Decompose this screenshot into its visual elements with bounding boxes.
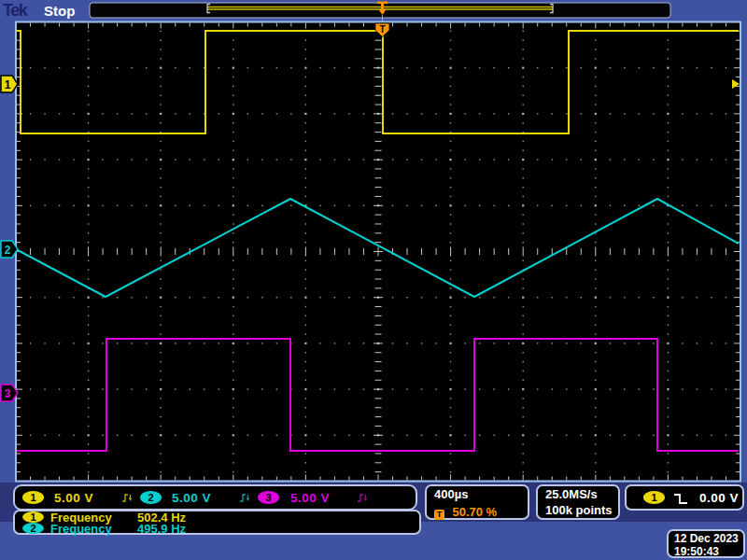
grid-dot: [233, 141, 233, 142]
grid-dot: [304, 159, 306, 161]
grid-dot: [117, 388, 118, 389]
grid-dot: [117, 343, 118, 343]
grid-dot: [523, 196, 524, 197]
grid-dot: [595, 187, 596, 188]
grid-dot: [450, 86, 451, 87]
grid-dot: [204, 205, 204, 206]
grid-dot: [726, 67, 726, 68]
grid-dot: [102, 343, 103, 343]
grid-dot: [363, 343, 364, 343]
grid-dot: [363, 297, 364, 298]
grid-dot: [161, 39, 162, 40]
grid-dot: [595, 168, 596, 169]
grid-dot: [218, 159, 219, 160]
grid-dot: [161, 58, 162, 59]
grid-dot: [233, 232, 233, 233]
grid-dot: [523, 371, 524, 371]
grid-dot: [190, 297, 190, 298]
grid-dot: [102, 435, 103, 436]
grid-dot: [233, 242, 233, 243]
grid-dot: [305, 278, 306, 279]
grid-dot: [247, 205, 248, 206]
grid-dot: [464, 435, 465, 436]
grid-dot: [319, 343, 320, 343]
acquisition-box: 25.0MS/s 100k points: [536, 484, 620, 520]
grid-dot: [305, 77, 306, 77]
grid-dot: [131, 435, 132, 436]
grid-dot: [88, 306, 89, 307]
grid-dot: [102, 67, 103, 68]
grid-dot: [161, 352, 162, 353]
grid-dot: [233, 214, 233, 215]
grid-dot: [537, 297, 538, 298]
grid-dot: [668, 122, 669, 123]
grid-dot: [30, 113, 31, 114]
grid-dot: [595, 361, 596, 362]
grid-dot: [450, 177, 451, 178]
grid-dot: [639, 159, 640, 160]
grid-dot: [88, 426, 89, 427]
grid-dot: [146, 113, 147, 114]
grid-dot: [233, 471, 233, 472]
grid-dot: [523, 58, 524, 59]
grid-dot: [435, 113, 436, 114]
grid-dot: [161, 242, 162, 243]
grid-dot: [305, 315, 306, 316]
grid-dot: [450, 371, 451, 371]
grid-dot: [190, 435, 190, 436]
grid-dot: [566, 67, 567, 68]
grid-dot: [305, 453, 306, 454]
grid-dot: [523, 104, 524, 105]
grid-dot: [146, 388, 147, 389]
grid-dot: [305, 361, 306, 362]
grid-dot: [88, 58, 89, 59]
grid-dot: [305, 49, 306, 49]
grid-dot: [233, 77, 233, 77]
grid-dot: [493, 159, 494, 160]
grid-dot: [639, 67, 640, 68]
grid-dot: [508, 113, 509, 114]
grid-dot: [73, 113, 74, 114]
grid-dot: [667, 297, 669, 299]
grid-dot: [450, 67, 452, 69]
grid-dot: [682, 343, 683, 343]
grid-dot: [117, 159, 118, 160]
grid-dot: [59, 205, 60, 206]
grid-dot: [88, 159, 90, 161]
grid-dot: [668, 49, 669, 49]
grid-dot: [233, 361, 233, 362]
grid-dot: [450, 325, 451, 326]
grid-dot: [261, 435, 262, 436]
grid-dot: [59, 435, 60, 436]
grid-dot: [667, 67, 669, 69]
grid-dot: [363, 205, 364, 206]
grid-dot: [450, 159, 452, 161]
grid-dot: [435, 388, 436, 389]
grid-dot: [653, 159, 654, 160]
grid-dot: [450, 104, 451, 105]
grid-dot: [435, 205, 436, 206]
grid-dot: [276, 67, 277, 68]
grid-dot: [59, 388, 60, 389]
grid-dot: [190, 67, 190, 68]
grid-dot: [363, 67, 364, 68]
grid-dot: [88, 95, 89, 96]
grid-dot: [233, 315, 233, 316]
grid-dot: [204, 343, 204, 343]
grid-dot: [305, 407, 306, 408]
grid-dot: [421, 67, 422, 68]
graticule-display: T123: [0, 0, 747, 523]
grid-dot: [334, 159, 335, 160]
grid-dot: [190, 388, 190, 389]
grid-dot: [233, 352, 233, 353]
grid-dot: [450, 113, 452, 115]
grid-dot: [363, 159, 364, 160]
grid-dot: [348, 343, 349, 343]
grid-dot: [668, 58, 669, 59]
grid-dot: [595, 141, 596, 142]
grid-dot: [161, 361, 162, 362]
grid-dot: [305, 443, 306, 444]
grid-dot: [204, 297, 204, 298]
grid-dot: [146, 297, 147, 298]
grid-dot: [233, 113, 234, 115]
